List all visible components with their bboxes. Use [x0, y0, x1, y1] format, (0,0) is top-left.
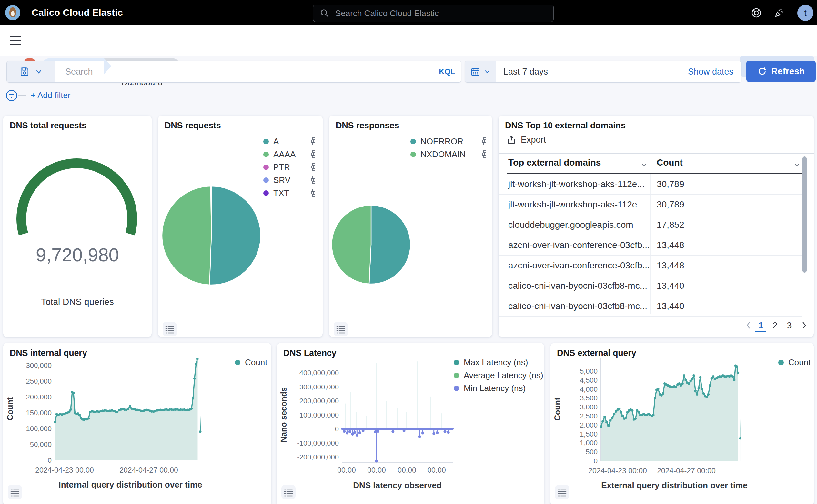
next-page-icon[interactable] [799, 318, 810, 332]
svg-text:DNS latency observed: DNS latency observed [353, 480, 442, 490]
legend-item-average-latency-ns-[interactable]: Average Latency (ns) [454, 369, 541, 382]
legend-actions-icon[interactable] [311, 137, 316, 146]
app-title: Calico Cloud Elastic [32, 0, 123, 25]
help-icon[interactable] [750, 7, 762, 19]
global-search-input[interactable] [335, 8, 553, 19]
legend-item-min-latency-ns-[interactable]: Min Latency (ns) [454, 382, 541, 395]
svg-text:3,500: 3,500 [580, 394, 598, 402]
save-icon [19, 66, 30, 77]
panel-dns-responses: DNS responses NOERRORNXDOMAIN [329, 116, 492, 337]
legend-actions-icon[interactable] [311, 150, 316, 158]
legend-item-a[interactable]: A [263, 135, 316, 148]
filter-icon[interactable] [5, 88, 19, 103]
chevron-down-icon[interactable] [793, 161, 801, 169]
legend-dot-icon [263, 152, 269, 157]
legend-item-count[interactable]: Count [778, 356, 814, 369]
panel-list-icon[interactable] [555, 485, 569, 499]
legend-dot-icon [454, 360, 459, 365]
legend-item-aaaa[interactable]: AAAA [263, 148, 316, 161]
table-scrollbar[interactable] [802, 156, 807, 273]
legend-label: Max Latency (ns) [464, 358, 528, 368]
legend-actions-icon[interactable] [311, 176, 316, 184]
menu-icon[interactable] [10, 36, 21, 45]
legend-actions-icon[interactable] [482, 150, 487, 158]
cell-count: 13,448 [657, 235, 684, 255]
filter-row: + Add filter [0, 87, 194, 104]
prev-page-icon[interactable] [743, 318, 754, 332]
filter-divider [18, 95, 26, 96]
legend-label: SRV [273, 175, 290, 185]
svg-text:100,000,000: 100,000,000 [299, 411, 339, 419]
legend-item-txt[interactable]: TXT [263, 186, 316, 199]
legend-dot-icon [235, 360, 240, 365]
news-icon[interactable] [773, 7, 785, 19]
cell-count: 30,789 [657, 174, 684, 194]
svg-text:0: 0 [48, 456, 52, 464]
svg-text:50,000: 50,000 [30, 440, 52, 449]
legend-item-ptr[interactable]: PTR [263, 161, 316, 174]
panel-title: DNS responses [336, 121, 399, 131]
cell-domain: calico-cni-ivan-byocni-03cfb8-mc... [508, 276, 647, 296]
saved-query-menu[interactable] [7, 61, 55, 82]
export-icon [507, 135, 516, 145]
svg-text:-100,000,000: -100,000,000 [297, 439, 339, 447]
export-button[interactable]: Export [507, 135, 546, 145]
svg-text:5,000: 5,000 [580, 367, 598, 375]
legend-item-nxdomain[interactable]: NXDOMAIN [410, 148, 487, 161]
legend-label: Count [788, 358, 811, 368]
panel-list-icon[interactable] [281, 485, 296, 499]
page-2[interactable]: 2 [770, 318, 781, 332]
chevron-down-icon [35, 68, 43, 76]
column-header-domains[interactable]: Top external domains [508, 157, 601, 168]
svg-text:2,000: 2,000 [580, 421, 598, 429]
calico-logo-icon[interactable] [5, 5, 20, 20]
legend-dot-icon [454, 373, 459, 378]
legend-item-count[interactable]: Count [235, 356, 270, 369]
time-range-value[interactable]: Last 7 days [496, 67, 688, 77]
svg-text:100,000: 100,000 [26, 425, 52, 433]
legend-actions-icon[interactable] [311, 189, 316, 197]
legend-dot-icon [263, 177, 269, 183]
show-dates-button[interactable]: Show dates [688, 67, 741, 77]
time-picker: Last 7 days Show dates [465, 61, 741, 83]
panel-list-icon[interactable] [334, 322, 348, 336]
svg-text:External query distribution ov: External query distribution over time [601, 480, 748, 490]
panel-title: DNS Top 10 external domains [505, 121, 626, 131]
svg-text:0: 0 [594, 457, 598, 465]
panel-list-icon[interactable] [8, 485, 22, 499]
refresh-button[interactable]: Refresh [746, 61, 816, 82]
legend-dot-icon [778, 360, 784, 365]
dashboard-page: Calico Cloud Elastic t c Dashboard DNS D… [0, 0, 817, 504]
legend-dot-icon [410, 152, 416, 157]
table-row: azcni-over-ivan-conference-03cfb...13,44… [499, 235, 802, 256]
chevron-down-icon[interactable] [640, 161, 648, 169]
page-1[interactable]: 1 [755, 318, 766, 332]
legend-label: Average Latency (ns) [464, 370, 543, 380]
legend-label: PTR [273, 162, 290, 172]
panel-dns-top-domains: DNS Top 10 external domains Export Top e… [499, 116, 814, 337]
table-row: calico-cni-ivan-byocni-03cfb8-mc...13,44… [499, 296, 802, 317]
legend-actions-icon[interactable] [482, 137, 487, 146]
page-3[interactable]: 3 [784, 318, 795, 332]
add-filter-button[interactable]: + Add filter [31, 90, 71, 100]
column-header-count[interactable]: Count [657, 157, 683, 168]
legend-actions-icon[interactable] [311, 163, 316, 171]
global-search-box[interactable] [313, 5, 554, 22]
svg-text:1,000: 1,000 [580, 439, 598, 447]
user-avatar[interactable]: t [797, 5, 813, 21]
cell-domain: calico-cni-ivan-byocni-03cfb8-mc... [508, 296, 647, 316]
area-chart: 05001,0001,5002,0002,5003,0003,5004,0004… [550, 343, 814, 504]
svg-text:400,000,000: 400,000,000 [299, 369, 339, 377]
panel-list-icon[interactable] [163, 322, 177, 336]
pagination: 123 [499, 318, 814, 332]
svg-text:Nano seconds: Nano seconds [279, 387, 288, 442]
panel-title: DNS requests [165, 121, 221, 131]
legend-item-noerror[interactable]: NOERROR [410, 135, 487, 148]
svg-text:4,500: 4,500 [580, 376, 598, 384]
legend-item-srv[interactable]: SRV [263, 174, 316, 186]
kql-search-input[interactable] [55, 66, 439, 77]
kql-language-button[interactable]: KQL [439, 67, 461, 76]
table-row: jlt-worksh-jlt-workshop-aks-112e...30,78… [499, 174, 802, 195]
legend-item-max-latency-ns-[interactable]: Max Latency (ns) [454, 356, 541, 369]
date-quick-menu[interactable] [465, 61, 496, 82]
